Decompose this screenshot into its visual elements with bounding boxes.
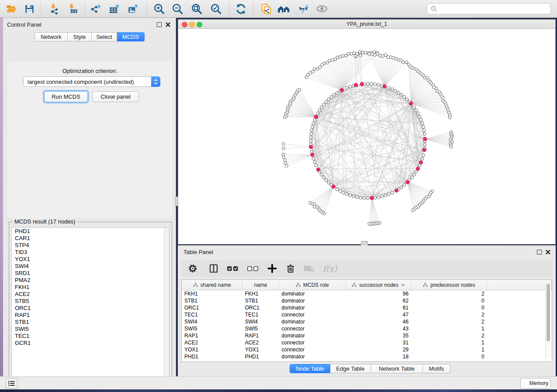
table-cell[interactable]: 0 bbox=[411, 297, 487, 304]
apply-layout-button[interactable] bbox=[233, 2, 248, 16]
table-cell[interactable]: SWI4 bbox=[182, 318, 242, 325]
network-node[interactable] bbox=[352, 195, 355, 198]
network-node[interactable] bbox=[342, 191, 345, 194]
table-cell[interactable]: STB1 bbox=[242, 297, 279, 304]
zoom-selected-button[interactable] bbox=[208, 2, 223, 16]
network-node[interactable] bbox=[327, 98, 330, 101]
table-row[interactable]: SWI4SWI4dominator462 bbox=[182, 318, 552, 325]
table-cell[interactable]: 29 bbox=[346, 346, 411, 353]
run-mcds-button[interactable]: Run MCDS bbox=[44, 91, 88, 102]
network-node[interactable] bbox=[415, 170, 418, 173]
table-cell[interactable]: dominator bbox=[279, 290, 346, 298]
mcds-node[interactable] bbox=[423, 137, 427, 141]
mcds-node[interactable] bbox=[422, 148, 426, 151]
network-node[interactable] bbox=[418, 115, 421, 118]
mcds-node[interactable] bbox=[394, 189, 398, 192]
table-row[interactable]: SWI5SWI5connector431 bbox=[182, 325, 552, 332]
search-input[interactable] bbox=[439, 5, 550, 13]
table-cell[interactable] bbox=[487, 353, 552, 360]
network-node[interactable] bbox=[320, 106, 323, 109]
table-cell[interactable]: dominator bbox=[279, 304, 346, 311]
network-node[interactable] bbox=[387, 193, 391, 196]
table-cell[interactable]: SWI4 bbox=[242, 318, 279, 325]
mcds-node[interactable] bbox=[416, 167, 419, 170]
network-node[interactable] bbox=[347, 52, 350, 55]
network-node[interactable] bbox=[423, 132, 426, 135]
network-node[interactable] bbox=[403, 184, 406, 187]
network-node[interactable] bbox=[405, 98, 408, 101]
tab-node-table[interactable]: Node Table bbox=[290, 364, 330, 373]
network-window-titlebar[interactable]: YPA_prune.txt_1 bbox=[178, 20, 555, 29]
clone-network-button[interactable] bbox=[259, 2, 273, 16]
network-node[interactable] bbox=[323, 62, 326, 65]
network-node[interactable] bbox=[333, 93, 336, 96]
mcds-result-item[interactable]: STB1 bbox=[12, 319, 169, 326]
network-node[interactable] bbox=[391, 88, 394, 91]
tab-network-table[interactable]: Network Table bbox=[371, 364, 423, 373]
export-table-button[interactable] bbox=[107, 2, 122, 16]
unselect-all-columns-icon[interactable] bbox=[247, 263, 259, 274]
table-cell[interactable]: ACE2 bbox=[242, 339, 279, 346]
network-node[interactable] bbox=[342, 54, 345, 57]
table-cell[interactable] bbox=[487, 290, 552, 298]
network-node[interactable] bbox=[353, 52, 356, 55]
network-node[interactable] bbox=[322, 176, 325, 179]
search-field[interactable] bbox=[427, 3, 551, 14]
network-node[interactable] bbox=[400, 93, 403, 96]
table-cell[interactable]: TEC1 bbox=[242, 311, 279, 318]
network-node[interactable] bbox=[422, 129, 426, 132]
table-cell[interactable]: 2 bbox=[411, 318, 487, 325]
table-cell[interactable]: FKH1 bbox=[242, 290, 279, 298]
column-header-predecessor-nodes[interactable]: predecessor nodes bbox=[411, 280, 487, 290]
mcds-result-item[interactable]: FKH1 bbox=[12, 284, 169, 291]
table-cell[interactable]: connector bbox=[279, 346, 346, 353]
table-cell[interactable]: RAP1 bbox=[182, 332, 242, 339]
table-cell[interactable]: connector bbox=[279, 311, 346, 318]
network-node[interactable] bbox=[311, 125, 314, 128]
network-node[interactable] bbox=[325, 100, 328, 103]
zoom-fit-button[interactable] bbox=[189, 2, 204, 16]
table-row[interactable]: FKH1FKH1dominator962 bbox=[182, 290, 552, 298]
close-panel-button[interactable]: Close panel bbox=[92, 91, 139, 102]
network-node[interactable] bbox=[402, 61, 405, 64]
network-node[interactable] bbox=[298, 88, 301, 91]
table-cell[interactable]: ACE2 bbox=[182, 339, 242, 346]
network-node[interactable] bbox=[312, 122, 315, 125]
mcds-node[interactable] bbox=[340, 88, 343, 92]
network-node[interactable] bbox=[394, 89, 397, 93]
tab-style[interactable]: Style bbox=[68, 32, 92, 41]
table-cell[interactable] bbox=[487, 325, 552, 332]
table-row[interactable]: ACE2ACE2connector311 bbox=[182, 339, 552, 346]
table-cell[interactable]: 46 bbox=[346, 318, 411, 325]
network-node[interactable] bbox=[367, 83, 370, 86]
network-node[interactable] bbox=[374, 196, 377, 199]
network-node[interactable] bbox=[421, 122, 424, 125]
network-node[interactable] bbox=[363, 196, 366, 199]
network-node[interactable] bbox=[413, 173, 416, 176]
network-node[interactable] bbox=[284, 158, 287, 162]
network-node[interactable] bbox=[403, 96, 406, 99]
table-cell[interactable]: dominator bbox=[279, 353, 346, 360]
table-row[interactable]: YOX1YOX1connector291 bbox=[182, 346, 552, 353]
table-cell[interactable]: dominator bbox=[279, 332, 346, 339]
network-node[interactable] bbox=[316, 112, 319, 115]
mcds-result-item[interactable]: YOX1 bbox=[12, 256, 169, 263]
table-cell[interactable] bbox=[487, 318, 552, 325]
network-node[interactable] bbox=[325, 179, 328, 182]
table-cell[interactable]: STB1 bbox=[182, 297, 242, 304]
table-scrollbar-thumb[interactable] bbox=[547, 284, 550, 341]
show-all-button[interactable] bbox=[315, 2, 329, 16]
network-node[interactable] bbox=[309, 140, 312, 143]
mcds-result-item[interactable]: PMA2 bbox=[12, 277, 169, 284]
mcds-result-item[interactable]: CAR1 bbox=[12, 235, 169, 242]
mcds-node[interactable] bbox=[360, 83, 363, 86]
close-panel-icon[interactable] bbox=[546, 250, 550, 254]
network-node[interactable] bbox=[310, 132, 313, 135]
table-cell[interactable] bbox=[487, 346, 552, 353]
network-canvas[interactable] bbox=[178, 28, 555, 244]
mcds-node[interactable] bbox=[370, 196, 374, 200]
network-node[interactable] bbox=[368, 222, 371, 225]
network-node[interactable] bbox=[415, 109, 418, 112]
create-column-plus-icon[interactable] bbox=[267, 263, 277, 274]
table-cell[interactable]: 1 bbox=[411, 339, 487, 346]
